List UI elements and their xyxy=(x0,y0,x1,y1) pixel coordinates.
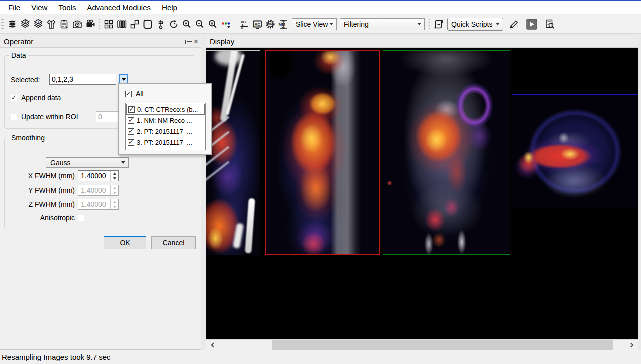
list-item[interactable]: 0. CT: CTReco:s (b... xyxy=(126,104,205,115)
all-checkbox[interactable] xyxy=(126,91,132,97)
data-group-title: Data xyxy=(10,51,28,59)
update-within-roi-checkbox[interactable] xyxy=(11,114,18,120)
toolbar-separator xyxy=(100,18,100,31)
list-item[interactable]: 1. NM: NM Reco ... xyxy=(126,115,205,126)
script-scroll-icon[interactable] xyxy=(432,17,446,31)
probe-tool-icon[interactable] xyxy=(154,17,168,31)
menu-file[interactable]: File xyxy=(3,1,26,15)
svg-text:1: 1 xyxy=(24,20,26,23)
viewport-axial-fusion[interactable] xyxy=(512,94,638,209)
z-fwhm-spinbox: 1.40000 xyxy=(78,199,119,210)
status-bar-divider xyxy=(318,352,318,362)
load-layer-one-icon[interactable]: 1 xyxy=(19,17,32,31)
x-fwhm-label: X FWHM (mm) xyxy=(8,172,75,180)
display-dock-panel: Display xyxy=(206,36,638,350)
mm-measure-icon[interactable]: MM xyxy=(277,17,290,31)
snapshot-camera-icon[interactable] xyxy=(71,17,84,31)
svg-text:MC: MC xyxy=(255,22,260,26)
mc-monitor-icon[interactable]: MC xyxy=(251,17,264,31)
chevron-down-icon xyxy=(122,161,126,164)
ct-pelvis-bone xyxy=(233,223,244,249)
item-checkbox[interactable] xyxy=(128,117,134,124)
data-manager-icon[interactable] xyxy=(6,17,19,31)
edit-script-pencil-icon[interactable] xyxy=(508,17,520,31)
list-item[interactable]: 2. PT: 20151117_... xyxy=(126,126,205,137)
smoothing-method-combo[interactable]: Gauss xyxy=(46,157,129,168)
svg-text:VC: VC xyxy=(241,19,246,24)
spin-up-icon xyxy=(111,185,118,190)
zoom-out-icon[interactable] xyxy=(194,17,206,31)
close-panel-icon[interactable] xyxy=(194,36,198,47)
main-toolbar: 1 + A VC MC DM MM Slice View Filtering Q… xyxy=(0,15,641,34)
list-item[interactable]: 3. PT: 20151117_... xyxy=(126,137,205,148)
svg-text:+: + xyxy=(38,19,40,24)
scrollbar-track[interactable] xyxy=(614,340,626,350)
append-data-checkbox[interactable] xyxy=(11,95,18,101)
grid-layout-icon[interactable] xyxy=(102,17,116,31)
column-layout-icon[interactable] xyxy=(116,17,128,31)
item-checkbox[interactable] xyxy=(128,106,135,113)
item-checkbox[interactable] xyxy=(128,139,134,146)
menu-help[interactable]: Help xyxy=(156,1,183,15)
scrollbar-thumb[interactable] xyxy=(272,340,614,350)
menu-tools[interactable]: Tools xyxy=(53,1,82,15)
cancel-button[interactable]: Cancel xyxy=(152,236,196,249)
zoom-in-icon[interactable] xyxy=(180,17,194,31)
status-bar: Resampling Images took 9.7 sec xyxy=(0,350,641,364)
toolbar-drag-handle[interactable] xyxy=(2,18,4,31)
menu-view[interactable]: View xyxy=(26,1,53,15)
horizontal-scrollbar[interactable] xyxy=(206,339,638,350)
display-canvas[interactable] xyxy=(206,48,638,339)
float-panel-icon[interactable] xyxy=(186,40,190,44)
spin-up-icon[interactable] xyxy=(111,171,118,176)
item-label: 1. NM: NM Reco ... xyxy=(137,117,192,124)
viewport-sagittal-fusion[interactable] xyxy=(266,50,380,255)
report-clipboard-icon[interactable] xyxy=(58,17,71,31)
ct-femur-bone xyxy=(245,198,256,254)
scrollbar-track[interactable] xyxy=(219,340,272,350)
data-selection-popup: All 0. CT: CTReco:s (b... 1. NM: NM Reco… xyxy=(118,83,212,155)
script-log-search-icon[interactable] xyxy=(544,17,556,31)
menu-advanced-modules[interactable]: Advanced Modules xyxy=(82,1,156,15)
scroll-right-button[interactable] xyxy=(626,340,638,350)
chevron-right-icon xyxy=(628,342,634,347)
anisotropic-checkbox[interactable] xyxy=(78,215,84,221)
selected-input[interactable] xyxy=(50,74,116,85)
quick-scripts-combo-value: Quick Scripts xyxy=(452,20,492,28)
item-label: 2. PT: 20151117_... xyxy=(137,128,192,135)
scroll-left-button[interactable] xyxy=(206,340,219,350)
run-script-play-icon[interactable] xyxy=(526,17,538,31)
update-within-roi-label: Update within ROI xyxy=(22,113,78,121)
x-fwhm-spinbox[interactable]: 1.40000 xyxy=(78,170,119,181)
ok-button[interactable]: OK xyxy=(104,236,146,249)
data-list: 0. CT: CTReco:s (b... 1. NM: NM Reco ...… xyxy=(126,103,206,150)
smoothing-method-value: Gauss xyxy=(50,159,70,167)
ct-rib xyxy=(206,161,230,182)
color-mode-icon[interactable] xyxy=(220,17,232,31)
toolbar-separator xyxy=(430,18,430,31)
filtering-combo[interactable]: Filtering xyxy=(340,18,425,30)
movie-camera-icon[interactable] xyxy=(84,17,97,31)
single-view-icon[interactable] xyxy=(142,17,154,31)
status-message: Resampling Images took 9.7 sec xyxy=(2,353,111,361)
zoom-auto-icon[interactable]: A xyxy=(206,17,220,31)
chevron-down-icon xyxy=(418,23,422,25)
quick-scripts-combo[interactable]: Quick Scripts xyxy=(448,18,504,31)
filtering-combo-value: Filtering xyxy=(344,20,369,28)
chevron-down-icon xyxy=(496,23,500,25)
add-layer-icon[interactable]: + xyxy=(32,17,45,31)
slice-view-combo[interactable]: Slice View xyxy=(292,18,337,30)
viewport-coronal-fusion[interactable] xyxy=(383,50,510,255)
vc-controls-icon[interactable]: VC xyxy=(238,17,251,31)
svg-text:DM: DM xyxy=(268,23,272,26)
display-panel-title: Display xyxy=(210,37,234,46)
viewport-sagittal-ct[interactable] xyxy=(206,50,260,255)
item-checkbox[interactable] xyxy=(128,128,134,135)
selected-dropdown-button[interactable] xyxy=(120,74,128,84)
dm-gear-icon[interactable]: DM xyxy=(264,17,277,31)
mixed-layout-icon[interactable] xyxy=(128,17,142,31)
smoothing-group-title: Smoothing xyxy=(10,134,47,142)
subject-icon[interactable] xyxy=(45,17,58,31)
reset-view-icon[interactable] xyxy=(168,17,180,31)
spin-down-icon[interactable] xyxy=(111,176,118,181)
